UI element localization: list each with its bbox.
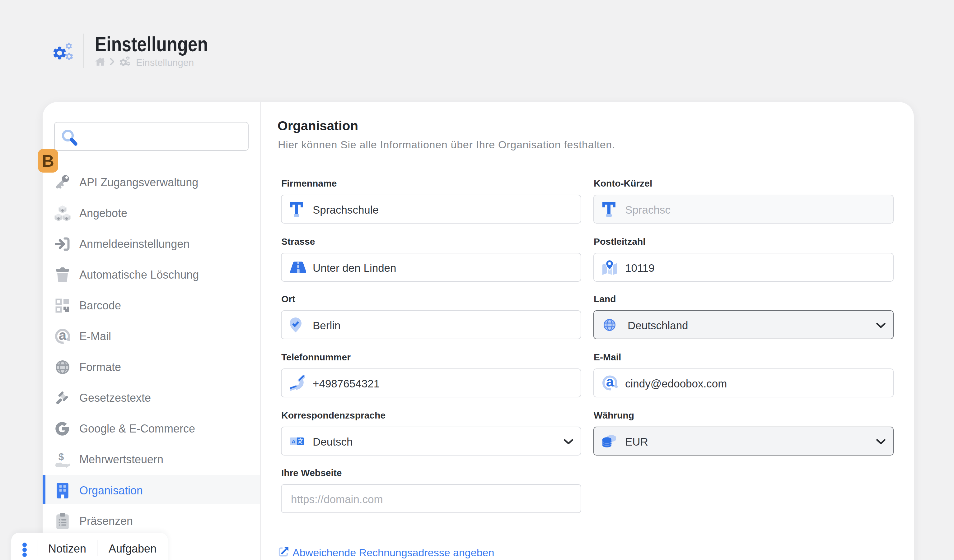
- svg-text:$: $: [59, 451, 64, 462]
- svg-text:a: a: [59, 329, 67, 343]
- svg-text:A: A: [292, 439, 295, 444]
- svg-text:a: a: [606, 375, 614, 389]
